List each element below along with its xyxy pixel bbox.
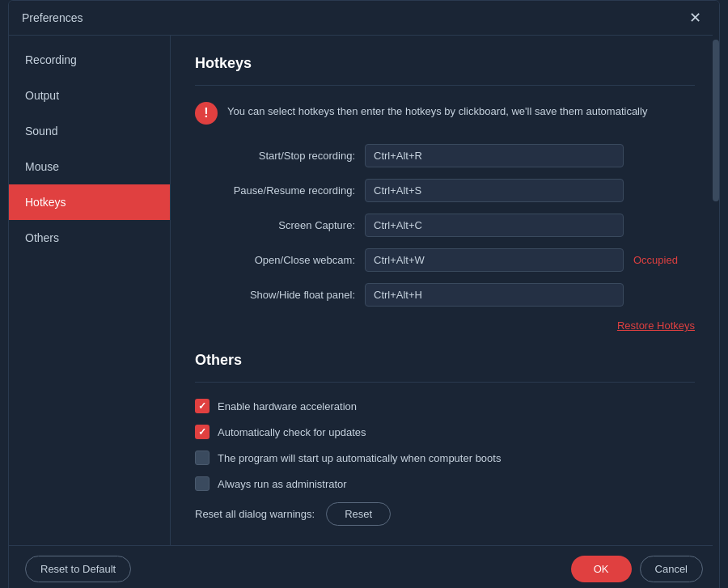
hotkey-row-2: Screen Capture: [195, 214, 695, 237]
close-button[interactable]: ✕ [684, 9, 706, 27]
preferences-dialog: Preferences ✕ Recording Output Sound Mou… [8, 0, 720, 588]
footer-right: OK Cancel [571, 556, 703, 582]
dialog-body: Recording Output Sound Mouse Hotkeys Oth… [9, 36, 719, 545]
sidebar-item-others[interactable]: Others [9, 220, 170, 256]
hotkeys-section: Hotkeys ! You can select hotkeys then en… [195, 55, 695, 332]
others-section: Others ✓ Enable hardware acceleration ✓ … [195, 352, 695, 526]
sidebar: Recording Output Sound Mouse Hotkeys Oth… [9, 36, 171, 545]
check-icon-0: ✓ [198, 400, 206, 412]
hotkeys-divider [195, 85, 695, 86]
sidebar-item-sound[interactable]: Sound [9, 113, 170, 149]
main-content: Hotkeys ! You can select hotkeys then en… [171, 36, 719, 545]
hotkey-label-3: Open/Close webcam: [195, 254, 365, 266]
hotkey-input-1[interactable] [365, 179, 624, 202]
checkbox-updates[interactable]: ✓ [195, 425, 210, 439]
info-box: ! You can select hotkeys then enter the … [195, 102, 695, 125]
reset-to-default-button[interactable]: Reset to Default [25, 556, 131, 582]
checkbox-label-0: Enable hardware acceleration [218, 400, 357, 412]
scrollbar-thumb[interactable] [713, 40, 719, 201]
reset-row-label: Reset all dialog warnings: [195, 508, 315, 520]
check-icon-1: ✓ [198, 426, 206, 438]
checkbox-label-2: The program will start up automatically … [218, 452, 501, 464]
hotkey-row-3: Open/Close webcam: Occupied [195, 248, 695, 272]
sidebar-item-recording[interactable]: Recording [9, 42, 170, 78]
hotkey-label-2: Screen Capture: [195, 219, 365, 231]
checkbox-label-3: Always run as administrator [218, 478, 347, 490]
reset-row: Reset all dialog warnings: Reset [195, 502, 695, 526]
checkbox-row-3: Always run as administrator [195, 476, 695, 491]
scrollbar-track [713, 36, 719, 545]
info-icon: ! [195, 102, 218, 125]
hotkey-label-1: Pause/Resume recording: [195, 184, 365, 197]
restore-hotkeys-link[interactable]: Restore Hotkeys [617, 319, 695, 332]
dialog-title: Preferences [22, 11, 83, 24]
restore-link-container: Restore Hotkeys [195, 318, 695, 332]
sidebar-item-hotkeys[interactable]: Hotkeys [9, 184, 170, 220]
hotkey-input-2[interactable] [365, 214, 624, 237]
checkbox-startup[interactable] [195, 451, 210, 465]
checkbox-row-2: The program will start up automatically … [195, 451, 695, 465]
info-text: You can select hotkeys then enter the ho… [227, 102, 647, 120]
sidebar-item-mouse[interactable]: Mouse [9, 149, 170, 184]
hotkey-row-1: Pause/Resume recording: [195, 179, 695, 202]
sidebar-item-output[interactable]: Output [9, 78, 170, 113]
hotkey-label-4: Show/Hide float panel: [195, 289, 365, 301]
hotkey-input-4[interactable] [365, 283, 624, 307]
dialog-footer: Reset to Default OK Cancel [9, 545, 719, 588]
hotkeys-title: Hotkeys [195, 55, 695, 72]
title-bar: Preferences ✕ [9, 1, 719, 36]
checkbox-hardware[interactable]: ✓ [195, 399, 210, 413]
occupied-label: Occupied [633, 254, 678, 266]
hotkey-label-0: Start/Stop recording: [195, 150, 365, 162]
checkbox-admin[interactable] [195, 476, 210, 491]
others-title: Others [195, 352, 695, 369]
reset-warnings-button[interactable]: Reset [326, 502, 391, 526]
hotkey-row-4: Show/Hide float panel: [195, 283, 695, 307]
footer-left: Reset to Default [25, 556, 131, 582]
hotkey-input-3[interactable] [365, 248, 624, 272]
cancel-button[interactable]: Cancel [640, 556, 703, 582]
hotkey-input-0[interactable] [365, 144, 624, 167]
checkbox-label-1: Automatically check for updates [218, 426, 366, 438]
ok-button[interactable]: OK [571, 556, 632, 582]
others-divider [195, 382, 695, 383]
checkbox-row-0: ✓ Enable hardware acceleration [195, 399, 695, 413]
hotkey-row-0: Start/Stop recording: [195, 144, 695, 167]
checkbox-row-1: ✓ Automatically check for updates [195, 425, 695, 439]
